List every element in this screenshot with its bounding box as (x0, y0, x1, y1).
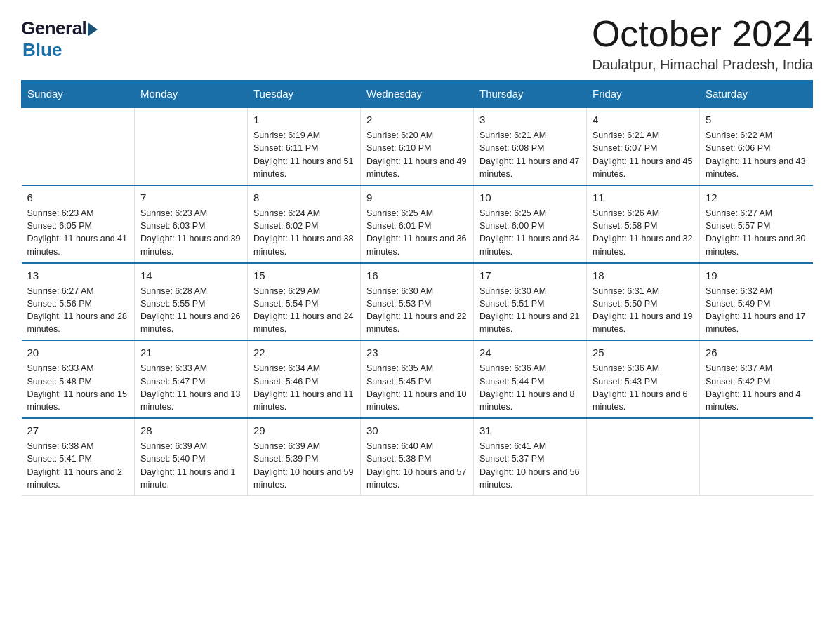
day-number: 30 (366, 423, 468, 438)
day-sunrise: Sunrise: 6:36 AMSunset: 5:43 PMDaylight:… (593, 363, 688, 412)
day-sunrise: Sunrise: 6:36 AMSunset: 5:44 PMDaylight:… (479, 363, 575, 412)
calendar-cell: 22Sunrise: 6:34 AMSunset: 5:46 PMDayligh… (248, 340, 361, 418)
day-sunrise: Sunrise: 6:33 AMSunset: 5:47 PMDaylight:… (140, 363, 240, 412)
logo-blue-text: Blue (22, 39, 98, 61)
day-number: 1 (253, 112, 355, 127)
day-number: 14 (140, 268, 241, 283)
calendar-cell: 18Sunrise: 6:31 AMSunset: 5:50 PMDayligh… (587, 263, 700, 341)
day-number: 10 (479, 190, 581, 205)
weekday-header-monday: Monday (135, 81, 248, 108)
day-sunrise: Sunrise: 6:20 AMSunset: 6:10 PMDaylight:… (366, 130, 466, 179)
day-number: 27 (27, 423, 129, 438)
calendar-body: 1Sunrise: 6:19 AMSunset: 6:11 PMDaylight… (22, 107, 813, 495)
day-number: 8 (253, 190, 355, 205)
day-number: 13 (27, 268, 129, 283)
day-sunrise: Sunrise: 6:31 AMSunset: 5:50 PMDaylight:… (593, 286, 692, 335)
calendar-cell: 16Sunrise: 6:30 AMSunset: 5:53 PMDayligh… (361, 263, 474, 341)
location-title: Daulatpur, Himachal Pradesh, India (592, 57, 813, 73)
calendar-cell: 2Sunrise: 6:20 AMSunset: 6:10 PMDaylight… (361, 107, 474, 185)
calendar-cell: 9Sunrise: 6:25 AMSunset: 6:01 PMDaylight… (361, 185, 474, 263)
day-sunrise: Sunrise: 6:21 AMSunset: 6:08 PMDaylight:… (479, 130, 579, 179)
calendar-cell: 10Sunrise: 6:25 AMSunset: 6:00 PMDayligh… (474, 185, 587, 263)
day-sunrise: Sunrise: 6:38 AMSunset: 5:41 PMDaylight:… (27, 441, 123, 490)
day-number: 16 (366, 268, 468, 283)
day-sunrise: Sunrise: 6:24 AMSunset: 6:02 PMDaylight:… (253, 208, 353, 257)
day-sunrise: Sunrise: 6:39 AMSunset: 5:40 PMDaylight:… (140, 441, 236, 490)
calendar-cell: 15Sunrise: 6:29 AMSunset: 5:54 PMDayligh… (248, 263, 361, 341)
calendar-cell: 11Sunrise: 6:26 AMSunset: 5:58 PMDayligh… (587, 185, 700, 263)
calendar-cell: 28Sunrise: 6:39 AMSunset: 5:40 PMDayligh… (135, 418, 248, 495)
day-number: 6 (27, 190, 129, 205)
day-number: 23 (366, 345, 468, 360)
day-sunrise: Sunrise: 6:37 AMSunset: 5:42 PMDaylight:… (706, 363, 801, 412)
day-sunrise: Sunrise: 6:30 AMSunset: 5:51 PMDaylight:… (479, 286, 579, 335)
calendar-cell: 20Sunrise: 6:33 AMSunset: 5:48 PMDayligh… (22, 340, 135, 418)
day-number: 22 (253, 345, 355, 360)
calendar-cell (22, 107, 135, 185)
day-sunrise: Sunrise: 6:22 AMSunset: 6:06 PMDaylight:… (706, 130, 805, 179)
day-sunrise: Sunrise: 6:27 AMSunset: 5:57 PMDaylight:… (706, 208, 805, 257)
calendar-week-row: 1Sunrise: 6:19 AMSunset: 6:11 PMDaylight… (22, 107, 813, 185)
day-sunrise: Sunrise: 6:23 AMSunset: 6:05 PMDaylight:… (27, 208, 127, 257)
day-number: 25 (593, 345, 694, 360)
day-number: 18 (593, 268, 694, 283)
day-number: 31 (479, 423, 581, 438)
day-number: 5 (706, 112, 807, 127)
calendar-cell: 3Sunrise: 6:21 AMSunset: 6:08 PMDaylight… (474, 107, 587, 185)
day-number: 2 (366, 112, 468, 127)
calendar-cell: 1Sunrise: 6:19 AMSunset: 6:11 PMDaylight… (248, 107, 361, 185)
day-sunrise: Sunrise: 6:35 AMSunset: 5:45 PMDaylight:… (366, 363, 466, 412)
day-sunrise: Sunrise: 6:21 AMSunset: 6:07 PMDaylight:… (593, 130, 692, 179)
calendar-cell: 21Sunrise: 6:33 AMSunset: 5:47 PMDayligh… (135, 340, 248, 418)
weekday-header-saturday: Saturday (700, 81, 813, 108)
calendar-cell: 25Sunrise: 6:36 AMSunset: 5:43 PMDayligh… (587, 340, 700, 418)
day-number: 15 (253, 268, 355, 283)
day-number: 4 (593, 112, 694, 127)
weekday-header-sunday: Sunday (22, 81, 135, 108)
calendar-week-row: 20Sunrise: 6:33 AMSunset: 5:48 PMDayligh… (22, 340, 813, 418)
calendar-cell: 24Sunrise: 6:36 AMSunset: 5:44 PMDayligh… (474, 340, 587, 418)
day-sunrise: Sunrise: 6:19 AMSunset: 6:11 PMDaylight:… (253, 130, 353, 179)
day-number: 20 (27, 345, 129, 360)
day-number: 29 (253, 423, 355, 438)
calendar-table: SundayMondayTuesdayWednesdayThursdayFrid… (21, 80, 813, 496)
calendar-cell: 30Sunrise: 6:40 AMSunset: 5:38 PMDayligh… (361, 418, 474, 495)
logo-arrow-icon (88, 22, 98, 36)
day-number: 9 (366, 190, 468, 205)
title-block: October 2024 Daulatpur, Himachal Pradesh… (592, 14, 813, 73)
day-sunrise: Sunrise: 6:25 AMSunset: 6:01 PMDaylight:… (366, 208, 466, 257)
logo: General Blue (21, 14, 98, 61)
day-number: 19 (706, 268, 807, 283)
calendar-week-row: 13Sunrise: 6:27 AMSunset: 5:56 PMDayligh… (22, 263, 813, 341)
calendar-cell: 17Sunrise: 6:30 AMSunset: 5:51 PMDayligh… (474, 263, 587, 341)
day-number: 28 (140, 423, 241, 438)
day-sunrise: Sunrise: 6:29 AMSunset: 5:54 PMDaylight:… (253, 286, 353, 335)
day-sunrise: Sunrise: 6:41 AMSunset: 5:37 PMDaylight:… (479, 441, 579, 490)
calendar-cell (135, 107, 248, 185)
calendar-cell (587, 418, 700, 495)
weekday-header-thursday: Thursday (474, 81, 587, 108)
day-sunrise: Sunrise: 6:39 AMSunset: 5:39 PMDaylight:… (253, 441, 353, 490)
calendar-week-row: 6Sunrise: 6:23 AMSunset: 6:05 PMDaylight… (22, 185, 813, 263)
weekday-header-row: SundayMondayTuesdayWednesdayThursdayFrid… (22, 81, 813, 108)
day-number: 11 (593, 190, 694, 205)
weekday-header-friday: Friday (587, 81, 700, 108)
logo-general-text: General (21, 18, 86, 39)
calendar-cell: 4Sunrise: 6:21 AMSunset: 6:07 PMDaylight… (587, 107, 700, 185)
page-header: General Blue October 2024 Daulatpur, Him… (21, 14, 813, 73)
day-number: 21 (140, 345, 241, 360)
day-sunrise: Sunrise: 6:30 AMSunset: 5:53 PMDaylight:… (366, 286, 466, 335)
day-sunrise: Sunrise: 6:25 AMSunset: 6:00 PMDaylight:… (479, 208, 579, 257)
calendar-cell: 7Sunrise: 6:23 AMSunset: 6:03 PMDaylight… (135, 185, 248, 263)
day-number: 24 (479, 345, 581, 360)
day-number: 12 (706, 190, 807, 205)
day-sunrise: Sunrise: 6:33 AMSunset: 5:48 PMDaylight:… (27, 363, 127, 412)
day-sunrise: Sunrise: 6:34 AMSunset: 5:46 PMDaylight:… (253, 363, 353, 412)
day-sunrise: Sunrise: 6:28 AMSunset: 5:55 PMDaylight:… (140, 286, 240, 335)
calendar-cell: 6Sunrise: 6:23 AMSunset: 6:05 PMDaylight… (22, 185, 135, 263)
calendar-cell: 19Sunrise: 6:32 AMSunset: 5:49 PMDayligh… (700, 263, 813, 341)
calendar-cell: 5Sunrise: 6:22 AMSunset: 6:06 PMDaylight… (700, 107, 813, 185)
calendar-cell: 12Sunrise: 6:27 AMSunset: 5:57 PMDayligh… (700, 185, 813, 263)
day-number: 17 (479, 268, 581, 283)
calendar-cell: 13Sunrise: 6:27 AMSunset: 5:56 PMDayligh… (22, 263, 135, 341)
